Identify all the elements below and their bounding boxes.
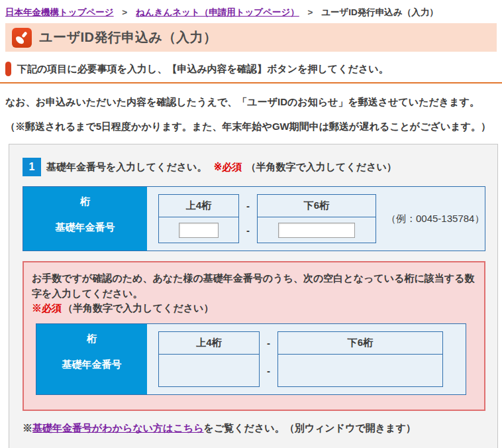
hyphen: - — [246, 194, 250, 217]
pension-number-help-note: ※基礎年金番号がわからない方はこちらをご覧ください。（別ウィンドウで開きます） — [23, 422, 485, 435]
lower-6-digits-label: 下6桁 — [278, 332, 442, 355]
instruction-text: 下記の項目に必要事項を入力し、【申込み内容を確認】ボタンを押してください。 — [17, 63, 389, 76]
lower-digit-pattern — [278, 355, 442, 386]
upper-4-digits-label: 上4桁 — [159, 195, 238, 217]
upper-digit-pattern — [159, 355, 259, 386]
table-row-header-cell: 桁 基礎年金番号 — [23, 187, 147, 251]
table-row-header-cell: 桁 基礎年金番号 — [36, 324, 147, 394]
table-input-area: 上4桁 - - 下6桁 （例：0045-135784） — [147, 187, 485, 251]
pension-number-row-header: 基礎年金番号 — [36, 353, 147, 394]
note-suffix: をご覧ください。（別ウィンドウで開きます） — [204, 422, 416, 433]
instruction-row: 下記の項目に必要事項を入力し、【申込み内容を確認】ボタンを押してください。 — [5, 62, 502, 76]
section-1-heading: 1 基礎年金番号を入力してください。 ※必須 （半角数字で入力してください） — [23, 158, 485, 176]
lower-6-digits-input[interactable] — [278, 223, 355, 238]
example-text: （例：0045-135784） — [386, 213, 484, 225]
upper-4-digits-label: 上4桁 — [159, 332, 259, 355]
page-title: ユーザID発行申込み（入力） — [39, 28, 217, 46]
breadcrumb-link-jps-top[interactable]: 日本年金機構トップページ — [5, 7, 114, 17]
note-paragraph-2: （※郵送されるまで5日程度かかります。また、年末年始やGW期間中は郵送が遅れるこ… — [5, 119, 497, 135]
page-title-bar: ユーザID発行申込み（入力） — [5, 23, 497, 52]
stamp-icon — [12, 28, 32, 48]
note-paragraph-1: なお、お申込みいただいた内容を確認したうえで、「ユーザIDのお知らせ」を郵送させ… — [5, 95, 497, 110]
required-label: ※必須 — [32, 302, 62, 313]
section-1-heading-text: 基礎年金番号を入力してください。 ※必須 （半角数字で入力してください） — [46, 161, 397, 174]
breadcrumb-separator: > — [122, 7, 127, 17]
pension-number-help-link[interactable]: 基礎年金番号がわからない方はこちら — [32, 422, 204, 433]
digits-row-header: 桁 — [36, 324, 147, 353]
upper-4-digits-box: 上4桁 — [158, 331, 260, 387]
required-label: ※必須 — [214, 161, 242, 172]
breadcrumb-separator: > — [308, 7, 313, 17]
hyphen-separator: - - — [239, 194, 257, 243]
confirmation-digits-table: 桁 基礎年金番号 上4桁 - - 下6桁 — [36, 323, 466, 395]
required-note: （半角数字で入力してください） — [63, 302, 213, 313]
digits-row-header: 桁 — [23, 187, 147, 216]
table-input-area: 上4桁 - - 下6桁 — [147, 324, 466, 394]
hyphen-separator: - - — [260, 331, 277, 387]
pension-number-row-header: 基礎年金番号 — [23, 216, 147, 251]
note-prefix: ※ — [23, 422, 32, 433]
lower-6-digits-label: 下6桁 — [258, 195, 376, 217]
heading-main-text: 基礎年金番号を入力してください。 — [46, 161, 207, 172]
breadcrumb-link-nenkin-net-top[interactable]: ねんきんネット（申請用トップページ） — [136, 7, 299, 17]
lower-6-digits-box: 下6桁 — [277, 331, 443, 387]
upper-4-digits-box: 上4桁 — [158, 194, 239, 243]
hyphen: - — [267, 331, 270, 355]
upper-4-digits-input[interactable] — [179, 223, 219, 238]
orange-divider — [0, 82, 502, 84]
breadcrumb: 日本年金機構トップページ > ねんきんネット（申請用トップページ） > ユーザI… — [0, 0, 502, 19]
instruction-marker-icon — [5, 62, 11, 76]
section-1-container: 1 基礎年金番号を入力してください。 ※必須 （半角数字で入力してください） 桁… — [9, 144, 498, 448]
required-note: （半角数字で入力してください） — [246, 161, 396, 172]
pension-number-table: 桁 基礎年金番号 上4桁 - - 下6桁 （例：0045-135784） — [23, 186, 485, 251]
hyphen: - — [267, 355, 270, 387]
confirmation-box: お手数ですが確認のため、あなた様の基礎年金番号のうち、次の空白となっている桁に該… — [23, 261, 485, 411]
hyphen: - — [246, 217, 250, 243]
step-number-badge: 1 — [23, 158, 41, 176]
breadcrumb-current-page: ユーザID発行申込み（入力） — [321, 7, 438, 17]
confirmation-text: お手数ですが確認のため、あなた様の基礎年金番号のうち、次の空白となっている桁に該… — [32, 271, 476, 301]
confirmation-required-row: ※必須（半角数字で入力してください） — [32, 302, 476, 315]
lower-6-digits-box: 下6桁 — [257, 194, 376, 243]
